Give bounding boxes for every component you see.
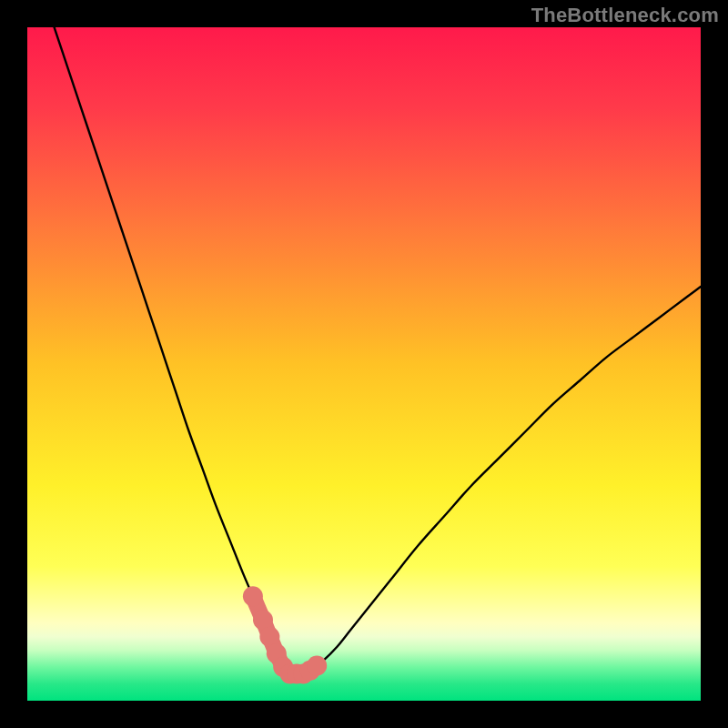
highlight-point [307,656,327,676]
chart-svg [27,27,701,701]
chart-frame: TheBottleneck.com [0,0,728,728]
plot-area [27,27,701,701]
highlight-point [243,586,263,606]
watermark-label: TheBottleneck.com [531,4,719,27]
